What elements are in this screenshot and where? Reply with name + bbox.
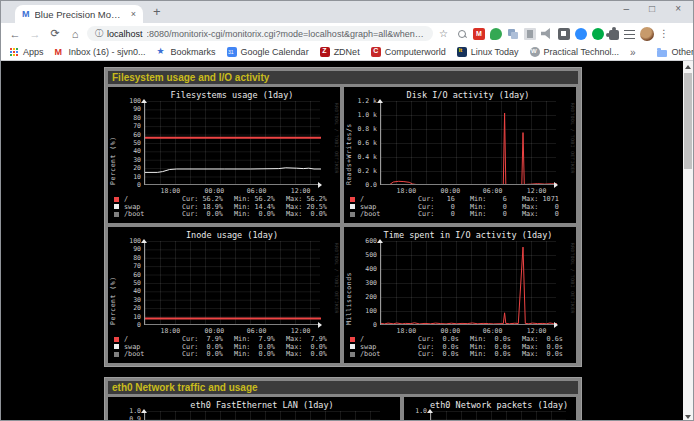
chart-canvas — [145, 101, 321, 185]
scroll-up-arrow-icon[interactable] — [683, 61, 693, 72]
other-bookmarks[interactable]: Other bookmarks — [657, 47, 694, 57]
wordpress-icon — [530, 47, 540, 57]
x-tick-label: 00:00 — [205, 327, 225, 335]
green-circle-extension-icon[interactable] — [592, 28, 604, 40]
legend-row: /bootCur: 0.0%Min: 0.0%Max: 0.0% — [114, 350, 338, 358]
chart-legend: /Cur: 56.2%Min: 56.2%Max: 56.2%swapCur: … — [114, 195, 338, 218]
bookmarks-overflow-chevron[interactable]: » — [630, 47, 636, 58]
y-tick-label: 50 — [133, 280, 141, 286]
legend-label: /boot — [124, 210, 182, 218]
page-scrollbar[interactable] — [683, 61, 693, 421]
legend-swatch — [350, 197, 355, 202]
browser-tab[interactable]: M Blue Precision Monitorix × — [15, 5, 143, 23]
close-button[interactable]: × — [675, 3, 681, 14]
y-tick-label: 0 — [373, 322, 377, 328]
bookmark-practical-technology[interactable]: Practical Technol... — [530, 47, 619, 57]
chrome-menu-icon[interactable]: ⋮ — [659, 28, 667, 40]
y-tick-label: 0 — [137, 182, 141, 188]
y-tick-label: 1.2 k — [357, 98, 377, 104]
mail-extension-icon[interactable] — [473, 28, 485, 40]
plot-area — [380, 241, 556, 325]
y-tick-label: 400 — [365, 266, 377, 272]
url-path: :8080/monitorix-cgi/monitorix.cgi?mode=l… — [147, 29, 425, 39]
home-button[interactable]: ⌂ — [67, 28, 83, 40]
url-host: localhost — [107, 29, 143, 39]
clipboard-extension-icon[interactable] — [507, 28, 519, 40]
bookmark-apps[interactable]: Apps — [9, 47, 44, 57]
legend-row: swapCur: 0.0%Min: 0.0%Max: 0.0% — [114, 343, 338, 351]
maximize-button[interactable]: □ — [649, 3, 655, 14]
legend-max: Max: 0.0% — [286, 210, 338, 218]
back-button[interactable]: ← — [7, 28, 23, 40]
playlist-icon[interactable] — [624, 30, 635, 40]
search-extension-icon[interactable] — [456, 28, 468, 40]
extensions-row: ⋮ — [456, 27, 667, 41]
browser-toolbar: ← → ⟳ ⌂ ⓘ localhost :8080/monitorix-cgi/… — [1, 23, 693, 44]
blue-circle-extension-icon[interactable] — [575, 28, 587, 40]
reload-button[interactable]: ⟳ — [47, 27, 63, 40]
y-tick-label: 90 — [133, 246, 141, 252]
chart-disk-io-activity[interactable]: Disk I/O activity (1day)Reads+Writes/s1.… — [344, 87, 576, 223]
bookmark-computerworld[interactable]: Computerworld — [371, 47, 446, 57]
site-info-icon[interactable]: ⓘ — [95, 28, 103, 39]
bookmark-inbox[interactable]: Inbox (16) - sjvn0... — [55, 47, 146, 57]
chart-eth0-packets[interactable]: eth0 Network packets (1day)Packets/s1.0 — [404, 397, 576, 421]
y-tick-label: 40 — [133, 288, 141, 294]
address-bar[interactable]: ⓘ localhost :8080/monitorix-cgi/monitori… — [87, 26, 433, 41]
legend-swatch — [114, 352, 119, 357]
profile-avatar[interactable] — [640, 27, 654, 41]
legend-row: /Cur: 7.9%Min: 7.9%Max: 7.9% — [114, 335, 338, 343]
bookmark-google-calendar[interactable]: Google Calendar — [227, 47, 309, 57]
y-tick-label: 10 — [133, 174, 141, 180]
page-content: Filesystem usage and I/O activity Filesy… — [1, 61, 693, 421]
bookmark-linux-today[interactable]: Linux Today — [457, 47, 519, 57]
chart-eth0-traffic[interactable]: eth0 FastEthernet LAN (1day)1.00.9 — [108, 397, 400, 421]
chart-inode-usage[interactable]: Inode usage (1day)Percent (%)10090807060… — [108, 227, 340, 363]
x-tick-label: 12:00 — [291, 187, 311, 195]
y-tick-label: 70 — [133, 263, 141, 269]
x-tick-label: 06:00 — [483, 327, 503, 335]
x-tick-label: 00:00 — [205, 187, 225, 195]
scroll-down-arrow-icon[interactable] — [683, 411, 693, 421]
dark-square-extension-icon[interactable] — [558, 28, 570, 40]
tab-title: Blue Precision Monitorix — [35, 9, 126, 20]
bookmark-bookmarks[interactable]: Bookmarks — [157, 47, 216, 57]
new-tab-button[interactable]: + — [153, 5, 161, 19]
green-extension-icon[interactable] — [490, 28, 502, 40]
chart-canvas — [431, 411, 567, 421]
plot-area — [144, 241, 320, 325]
tab-close-icon[interactable]: × — [131, 9, 136, 19]
chart-time-spent-io[interactable]: Time spent in I/O activity (1day)Millise… — [344, 227, 576, 363]
bookmark-zdnet[interactable]: ZDNet — [320, 47, 360, 57]
y-tick-label: 300 — [365, 280, 377, 286]
bookmark-star-icon[interactable]: ☆ — [439, 28, 448, 39]
scrollbar-thumb[interactable] — [684, 73, 692, 169]
window-controls: – □ × — [624, 3, 681, 14]
legend-label: /boot — [360, 210, 418, 218]
filesystem-graphs-grid: Filesystems usage (1day)Percent (%)10090… — [108, 87, 578, 363]
extensions-puzzle-icon[interactable] — [609, 30, 619, 40]
x-tick-label: 00:00 — [441, 187, 461, 195]
y-tick-label: 40 — [133, 148, 141, 154]
legend-swatch — [350, 344, 355, 349]
section-header-filesystem: Filesystem usage and I/O activity — [108, 71, 578, 84]
chart-title: Time spent in I/O activity (1day) — [380, 230, 556, 240]
y-tick-label: 50 — [133, 140, 141, 146]
linux-today-icon — [457, 47, 467, 57]
minimize-button[interactable]: – — [624, 3, 630, 14]
legend-row: swapCur: 18.9%Min: 14.4%Max: 20.5% — [114, 203, 338, 211]
rrdtool-watermark: RRDTOOL / TOBI OETIKER — [570, 103, 575, 174]
y-axis-ticks: 1.2 k1.0 k0.8 k0.6 k0.4 k0.2 k0.0 — [352, 101, 378, 191]
speaker-extension-icon[interactable] — [541, 28, 553, 40]
page-extension-icon[interactable] — [524, 28, 536, 40]
legend-row: /bootCur: 0.0%Min: 0.0%Max: 0.0% — [114, 210, 338, 218]
browser-window: M Blue Precision Monitorix × + – □ × ← →… — [0, 0, 694, 421]
y-tick-label: 100 — [365, 308, 377, 314]
computerworld-icon — [371, 47, 381, 57]
y-tick-label: 1.0 — [415, 408, 427, 414]
forward-button[interactable]: → — [27, 28, 43, 40]
y-tick-label: 90 — [133, 106, 141, 112]
chart-filesystems-usage[interactable]: Filesystems usage (1day)Percent (%)10090… — [108, 87, 340, 223]
rrdtool-watermark: RRDTOOL / TOBI OETIKER — [334, 103, 339, 174]
y-tick-label: 60 — [133, 132, 141, 138]
